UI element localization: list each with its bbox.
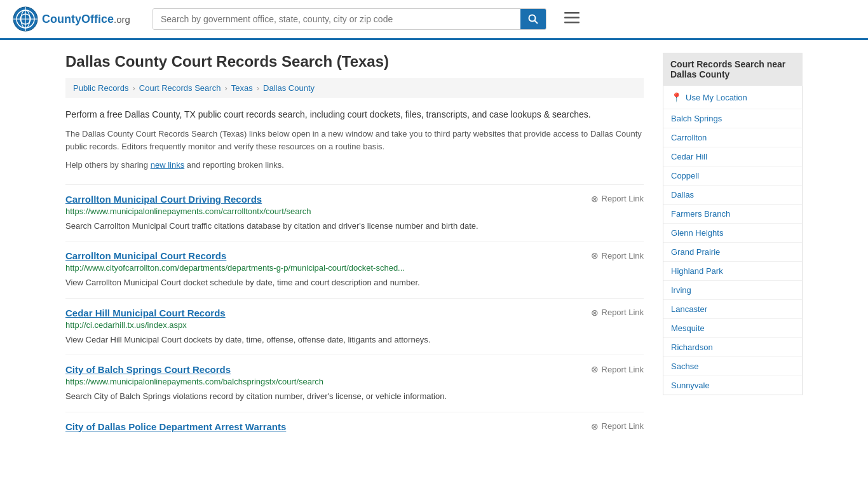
report-icon-2: ⊗	[591, 308, 599, 318]
breadcrumb-court-records-search[interactable]: Court Records Search	[139, 83, 221, 93]
sidebar-link-cedar-hill[interactable]: Cedar Hill	[663, 147, 802, 166]
svg-rect-8	[564, 12, 580, 14]
report-label-3: Report Link	[602, 365, 644, 374]
results-list: Carrollton Municipal Court Driving Recor…	[65, 184, 644, 441]
content-area: Dallas County Court Records Search (Texa…	[65, 53, 644, 441]
breadcrumb-texas[interactable]: Texas	[231, 83, 253, 93]
site-header: CountyOffice.org	[0, 0, 868, 40]
desc3-prefix: Help others by sharing	[65, 160, 151, 170]
svg-rect-10	[564, 22, 580, 24]
use-location-label: Use My Location	[686, 93, 747, 102]
result-header-0: Carrollton Municipal Court Driving Recor…	[65, 194, 644, 205]
sidebar-content: 📍 Use My Location Balch Springs Carrollt…	[663, 86, 803, 395]
result-item-2: Cedar Hill Municipal Court Records ⊗ Rep…	[65, 298, 644, 355]
result-item-4: City of Dallas Police Department Arrest …	[65, 412, 644, 441]
result-item-0: Carrollton Municipal Court Driving Recor…	[65, 184, 644, 241]
location-pin-icon: 📍	[671, 92, 682, 102]
report-icon-0: ⊗	[591, 194, 599, 204]
breadcrumb-sep-2: ›	[224, 83, 227, 93]
report-label-0: Report Link	[602, 194, 644, 203]
report-link-4[interactable]: ⊗ Report Link	[591, 421, 644, 431]
report-link-3[interactable]: ⊗ Report Link	[591, 364, 644, 374]
result-desc-1: View Carrollton Municipal Court docket s…	[65, 276, 644, 289]
sidebar-link-grand-prairie[interactable]: Grand Prairie	[663, 243, 802, 262]
menu-button[interactable]	[559, 8, 585, 30]
result-url-0[interactable]: https://www.municipalonlinepayments.com/…	[65, 207, 644, 216]
main-container: Dallas County Court Records Search (Texa…	[53, 40, 815, 454]
report-icon-4: ⊗	[591, 421, 599, 431]
result-desc-2: View Cedar Hill Municipal Court dockets …	[65, 334, 644, 346]
logo-icon	[13, 6, 38, 32]
result-url-3[interactable]: https://www.municipalonlinepayments.com/…	[65, 377, 644, 386]
report-link-2[interactable]: ⊗ Report Link	[591, 308, 644, 318]
result-header-1: Carrollton Municipal Court Records ⊗ Rep…	[65, 250, 644, 261]
report-link-0[interactable]: ⊗ Report Link	[591, 194, 644, 204]
svg-rect-9	[564, 17, 580, 19]
result-title-2[interactable]: Cedar Hill Municipal Court Records	[65, 308, 226, 318]
result-title-4[interactable]: City of Dallas Police Department Arrest …	[65, 421, 286, 432]
result-header-2: Cedar Hill Municipal Court Records ⊗ Rep…	[65, 308, 644, 318]
logo-wordmark: CountyOffice.org	[42, 13, 130, 26]
desc3-suffix: and reporting broken links.	[184, 160, 284, 170]
report-label-2: Report Link	[602, 308, 644, 317]
sidebar-link-carrollton[interactable]: Carrollton	[663, 128, 802, 147]
sidebar-title: Court Records Search near Dallas County	[663, 53, 803, 86]
result-title-3[interactable]: City of Balch Springs Court Records	[65, 364, 231, 375]
search-input[interactable]	[153, 9, 520, 29]
result-url-1[interactable]: http://www.cityofcarrollton.com/departme…	[65, 263, 644, 273]
breadcrumb-sep-3: ›	[257, 83, 259, 93]
result-url-2[interactable]: http://ci.cedarhill.tx.us/index.aspx	[65, 320, 644, 330]
report-label-4: Report Link	[602, 421, 644, 431]
result-header-3: City of Balch Springs Court Records ⊗ Re…	[65, 364, 644, 375]
sidebar-link-balch-springs[interactable]: Balch Springs	[663, 109, 802, 128]
sidebar-link-mesquite[interactable]: Mesquite	[663, 319, 802, 338]
sidebar-link-glenn-heights[interactable]: Glenn Heights	[663, 224, 802, 243]
use-location-button[interactable]: 📍 Use My Location	[663, 86, 802, 109]
result-desc-0: Search Carrollton Municipal Court traffi…	[65, 220, 644, 233]
report-icon-1: ⊗	[591, 250, 599, 261]
breadcrumb: Public Records › Court Records Search › …	[65, 78, 644, 98]
sidebar-link-coppell[interactable]: Coppell	[663, 166, 802, 186]
sidebar: Court Records Search near Dallas County …	[663, 53, 803, 441]
search-button[interactable]	[520, 9, 546, 29]
result-title-0[interactable]: Carrollton Municipal Court Driving Recor…	[65, 194, 262, 205]
result-item-1: Carrollton Municipal Court Records ⊗ Rep…	[65, 241, 644, 298]
result-header-4: City of Dallas Police Department Arrest …	[65, 421, 644, 432]
search-icon	[528, 14, 538, 24]
report-icon-3: ⊗	[591, 364, 599, 374]
search-bar	[153, 8, 546, 30]
logo[interactable]: CountyOffice.org	[13, 6, 140, 32]
sidebar-link-lancaster[interactable]: Lancaster	[663, 300, 802, 319]
description-2: The Dallas County Court Records Search (…	[65, 128, 644, 152]
breadcrumb-public-records[interactable]: Public Records	[73, 83, 128, 93]
result-desc-3: Search City of Balch Springs violations …	[65, 390, 644, 403]
result-title-1[interactable]: Carrollton Municipal Court Records	[65, 250, 226, 261]
sidebar-link-farmers-branch[interactable]: Farmers Branch	[663, 205, 802, 224]
sidebar-link-highland-park[interactable]: Highland Park	[663, 262, 802, 281]
new-links-link[interactable]: new links	[151, 160, 184, 170]
result-item-3: City of Balch Springs Court Records ⊗ Re…	[65, 355, 644, 412]
svg-point-6	[529, 15, 536, 22]
description-3: Help others by sharing new links and rep…	[65, 159, 644, 172]
description-1: Perform a free Dallas County, TX public …	[65, 108, 644, 121]
sidebar-link-richardson[interactable]: Richardson	[663, 338, 802, 357]
sidebar-link-dallas[interactable]: Dallas	[663, 186, 802, 205]
sidebar-link-sunnyvale[interactable]: Sunnyvale	[663, 376, 802, 395]
report-link-1[interactable]: ⊗ Report Link	[591, 250, 644, 261]
breadcrumb-dallas-county[interactable]: Dallas County	[263, 83, 315, 93]
sidebar-link-irving[interactable]: Irving	[663, 281, 802, 300]
logo-text: CountyOffice.org	[42, 13, 130, 25]
hamburger-icon	[564, 12, 580, 24]
page-title: Dallas County Court Records Search (Texa…	[65, 53, 644, 71]
breadcrumb-sep-1: ›	[132, 83, 135, 93]
svg-line-7	[535, 21, 538, 24]
sidebar-link-sachse[interactable]: Sachse	[663, 357, 802, 376]
report-label-1: Report Link	[602, 251, 644, 261]
